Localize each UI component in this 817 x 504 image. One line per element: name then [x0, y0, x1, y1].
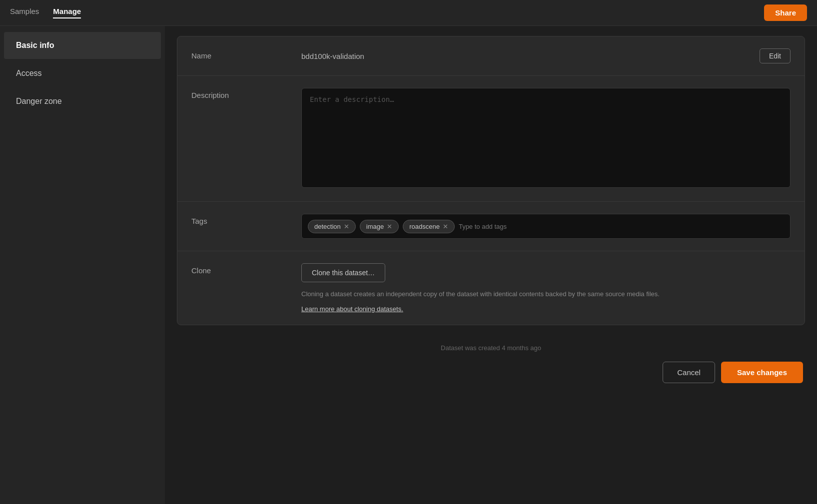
form-card: Name bdd100k-validation Edit Description…: [177, 36, 805, 325]
clone-dataset-button[interactable]: Clone this dataset…: [301, 263, 385, 282]
sidebar: Basic info Access Danger zone: [0, 26, 165, 504]
tag-chip-label: detection: [314, 223, 341, 230]
tag-chip-image: image ✕: [360, 220, 399, 233]
tag-remove-image[interactable]: ✕: [387, 223, 392, 230]
tag-input[interactable]: [459, 223, 543, 230]
name-content: bdd100k-validation Edit: [301, 48, 791, 63]
clone-label: Clone: [191, 263, 301, 275]
footer-area: Dataset was created 4 months ago Cancel …: [165, 335, 817, 392]
tag-chip-detection: detection ✕: [308, 220, 356, 233]
tab-manage[interactable]: Manage: [53, 7, 81, 18]
content-area: Name bdd100k-validation Edit Description…: [165, 26, 817, 504]
name-value: bdd100k-validation: [301, 52, 364, 60]
created-text: Dataset was created 4 months ago: [441, 344, 541, 352]
clone-learn-more-link[interactable]: Learn more about cloning datasets.: [301, 305, 403, 313]
sidebar-item-danger-zone[interactable]: Danger zone: [4, 88, 161, 115]
main-layout: Basic info Access Danger zone Name bdd10…: [0, 26, 817, 504]
name-label: Name: [191, 48, 301, 60]
top-nav: Samples Manage Share: [0, 0, 817, 26]
sidebar-item-basic-info[interactable]: Basic info: [4, 32, 161, 59]
tag-remove-detection[interactable]: ✕: [344, 223, 349, 230]
sidebar-item-access[interactable]: Access: [4, 60, 161, 87]
description-field-row: Description: [177, 76, 805, 202]
tags-label: Tags: [191, 214, 301, 225]
footer-actions: Cancel Save changes: [179, 362, 803, 383]
tag-chip-roadscene: roadscene ✕: [403, 220, 455, 233]
tags-field-row: Tags detection ✕ image ✕ roadscene: [177, 202, 805, 251]
name-field-row: Name bdd100k-validation Edit: [177, 36, 805, 76]
share-button[interactable]: Share: [764, 4, 807, 21]
description-textarea[interactable]: [301, 88, 791, 188]
tag-chip-label: roadscene: [409, 223, 440, 230]
tags-input-wrapper[interactable]: detection ✕ image ✕ roadscene ✕: [301, 214, 791, 239]
edit-name-button[interactable]: Edit: [760, 48, 791, 63]
save-changes-button[interactable]: Save changes: [721, 362, 803, 383]
name-row: bdd100k-validation Edit: [301, 48, 791, 63]
tag-chip-label: image: [366, 223, 384, 230]
description-label: Description: [191, 88, 301, 99]
clone-content: Clone this dataset… Cloning a dataset cr…: [301, 263, 791, 313]
clone-field-row: Clone Clone this dataset… Cloning a data…: [177, 251, 805, 325]
cancel-button[interactable]: Cancel: [663, 362, 715, 383]
nav-tabs: Samples Manage: [10, 7, 81, 18]
clone-description: Cloning a dataset creates an independent…: [301, 289, 791, 300]
description-content: [301, 88, 791, 189]
tag-remove-roadscene[interactable]: ✕: [443, 223, 448, 230]
tab-samples[interactable]: Samples: [10, 7, 39, 18]
tags-content: detection ✕ image ✕ roadscene ✕: [301, 214, 791, 239]
